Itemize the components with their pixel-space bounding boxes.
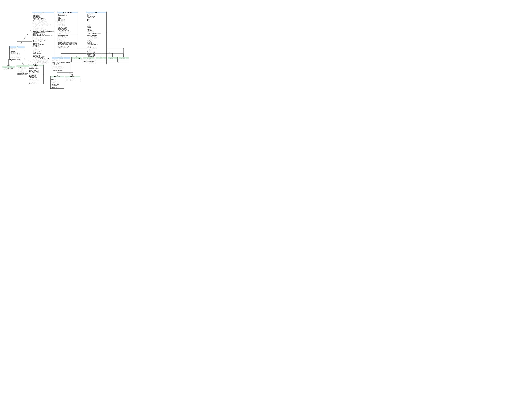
earthalliedarmy-box: EarthAlliedArmy - savers: LinkedQueue<Un… [2,66,15,71]
svg-line-9 [24,64,24,65]
earthtank-methods: + willAttackSoldiers(): bool + getRealPr… [65,79,80,82]
army-methods: + Army(Game*) + addUnit(Unit*): void + a… [9,51,25,60]
svg-marker-18 [61,56,62,57]
alienarmy-title: AlienArmy [21,65,26,66]
aliensoldier-box: AlienSoldier - infectingProbability: int… [83,57,94,62]
army-attributes: # gamePntr: Game* # currentAttackers: Li… [9,48,25,51]
eartharmy-box: EarthArmy - infectionThreshold: int - in… [28,65,44,84]
earthgunnery-box: EarthGunnery [71,57,82,62]
eartharmy-methods: - needsAHelp(): bool - killHealUnit(): v… [28,75,44,84]
aliendrone-box: AlienDrone [108,57,118,62]
aliensoldier-methods: - setInfectingProbability(int): void [83,61,94,62]
earthalliedarmy-header: EarthAlliedArmy [2,66,15,68]
rg-methods: + RandomGenerator(Game*) + generate(int)… [57,35,78,49]
svg-marker-52 [61,56,62,57]
earthtank-header: EarthTank [65,76,80,77]
svg-line-8 [23,64,24,65]
aliensoldier-title: AlienSoldier [86,58,92,59]
earthsoldier-box: EarthSoldier - infected: bool - immune: … [50,75,64,89]
earthgunnery-methods [72,61,82,62]
healableunit-methods: + HealableUnit(Game*, UnitType, double, … [52,62,70,71]
alienmonster-header: AlienMonster [96,57,106,59]
earthgunnery-attributes [72,59,82,61]
unit-attributes: # gamePntr: Game* # id: int # armyType: … [86,13,106,33]
earthsoldier-header: EarthSoldier [50,76,64,77]
earthsoldier-attributes: - infected: bool - immune: bool [50,77,64,80]
svg-marker-72 [8,65,9,66]
svg-marker-30 [57,75,58,75]
earthsoldier-methods: + getInfection(): bool + isInfected(): b… [50,80,64,88]
healableunit-header: HealableUnit [52,57,70,59]
aliensoldier-attributes: - infectingProbability: int [83,59,94,61]
earthgunnery-title: EarthGunnery [74,58,80,59]
svg-marker-20 [76,56,77,57]
alienmonster-box: AlienMonster [95,57,107,62]
healableunit-attributes: # UMLjoinTime: int # healedBefore: bool [52,59,70,62]
svg-marker-74 [24,64,24,65]
svg-marker-66 [57,75,58,75]
game-box: Game - gameMode: GameMode - currentTimes… [32,11,54,65]
unit-title: Unit [95,12,97,13]
svg-line-5 [7,65,8,66]
svg-marker-60 [112,56,113,57]
game-methods: + Game() + runGameMode(string, string): … [32,26,54,65]
earthtank-title: EarthTank [70,76,75,77]
alienmonster-methods [96,61,106,62]
earthalliedarmy-attributes: - savers: LinkedQueue<Unit*> [2,68,15,70]
saverunit-header: SaverUnit [119,57,129,59]
svg-marker-68 [72,75,73,75]
eartharmy-title: EarthArmy [34,65,38,66]
alienmonster-attributes [96,59,106,61]
eartharmy-attributes: - infectionThreshold: int - infectedSold… [28,66,44,75]
aliensoldier-header: AlienSoldier [83,57,94,59]
svg-marker-54 [76,56,77,57]
randomgenerator-header: RandomGenerator [57,12,78,13]
saverunit-title: SaverUnit [121,58,126,59]
saverunit-attributes [119,59,129,61]
earthsoldier-title: EarthSoldier [54,76,60,77]
earthalliedarmy-title: EarthAlliedArmy [5,66,12,68]
unit-box: Unit # gamePntr: Game* # id: int # armyT… [86,11,107,64]
eartharmy-header: EarthArmy [28,65,44,66]
unit-header: Unit [86,12,106,13]
earthgunnery-header: EarthGunnery [72,57,82,59]
game-title: Game [42,12,44,13]
rg-attributes: - gamePntr: Game* - isGeneratingSavers: … [57,13,78,35]
army-box: Army # gamePntr: Game* # currentAttacker… [9,46,25,60]
army-header: Army [9,46,25,48]
aliendrone-attributes [108,59,118,61]
svg-marker-62 [123,56,124,57]
healableunit-box: HealableUnit # UMLjoinTime: int # healed… [52,57,70,71]
healableunit-title: HealableUnit [58,58,64,59]
aliendrone-title: AlienDrone [110,58,115,59]
game-attributes: - gameMode: GameMode - currentTimestep: … [32,13,54,26]
saverunit-box: SaverUnit [119,57,129,62]
earthtank-attributes: - isAttackingSoldiers: int [65,77,80,79]
earthtank-box: EarthTank - isAttackingSoldiers: int + w… [65,75,80,82]
randomgenerator-title: RandomGenerator [63,12,72,13]
diagram-container: Game - gameMode: GameMode - currentTimes… [0,0,130,100]
svg-marker-26 [112,56,113,57]
alienmonster-title: AlienMonster [98,58,104,59]
svg-line-13 [17,28,32,48]
aliendrone-methods [108,61,118,62]
game-header: Game [32,12,54,13]
army-title: Army [16,47,18,48]
svg-marker-32 [72,74,73,75]
saverunit-methods [119,61,129,62]
earthalliedarmy-methods [2,70,15,71]
svg-marker-28 [123,56,124,57]
aliendrone-header: AlienDrone [108,57,118,59]
randomgenerator-box: RandomGenerator - gamePntr: Game* - isGe… [57,11,78,49]
svg-line-6 [8,65,9,66]
